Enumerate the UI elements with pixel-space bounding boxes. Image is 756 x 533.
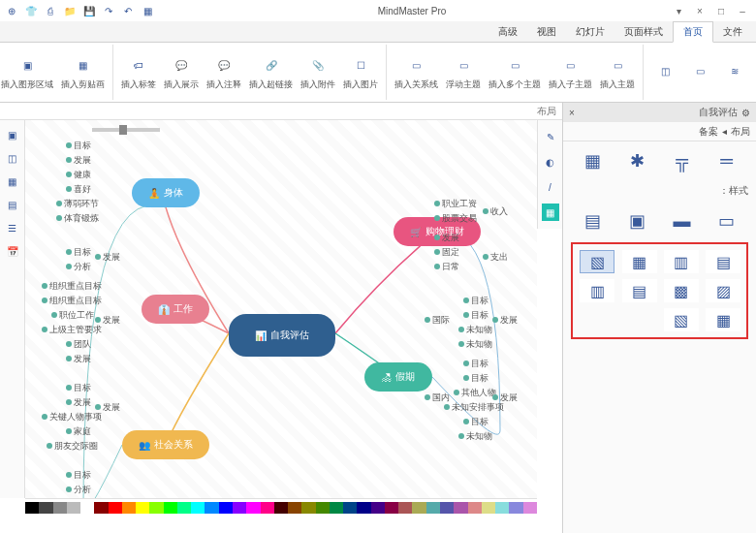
qat-button[interactable]: ⊕ [4,3,19,18]
leaf-node[interactable]: 发展 [64,154,91,167]
leaf-node[interactable]: 家庭 [64,425,91,438]
color-swatch[interactable] [233,502,246,514]
ribbon-button[interactable]: ▭插入主题 [598,51,637,93]
color-swatch[interactable] [495,502,509,514]
branch-node[interactable]: 👥社会关系 [122,430,209,459]
tab-文件[interactable]: 文件 [713,22,752,42]
tool-button[interactable]: ▣ [4,126,21,143]
shape-option[interactable]: ▦ [577,149,610,172]
style-option[interactable]: ▤ [706,250,740,273]
leaf-node[interactable]: 职业工资 [432,198,477,210]
ribbon-button[interactable]: 📎插入附件 [299,51,337,93]
color-swatch[interactable] [440,502,454,514]
maximize-button[interactable]: □ [711,3,731,18]
leaf-node[interactable]: 国际 [423,314,450,327]
color-swatch[interactable] [357,502,370,514]
leaf-node[interactable]: 喜好 [64,183,91,196]
leaf-node[interactable]: 团队 [64,338,91,351]
color-swatch[interactable] [385,502,398,514]
contrast-icon[interactable]: ◐ [542,153,559,171]
leaf-node[interactable]: 目标 [64,382,91,394]
breadcrumb-item[interactable]: 布局 [731,125,750,139]
branch-node[interactable]: 🏖假期 [364,362,432,392]
shape-option[interactable]: ▬ [666,209,699,233]
color-swatch[interactable] [523,502,537,514]
ribbon-button[interactable]: ▭插入多个主题 [487,51,543,93]
style-option[interactable]: ▧ [580,250,614,273]
tab-首页[interactable]: 首页 [673,21,713,43]
shape-option[interactable]: ▤ [577,209,610,233]
color-swatch[interactable] [301,502,315,514]
options-button[interactable]: ▾ [669,3,688,18]
color-swatch[interactable] [219,502,233,514]
color-swatch[interactable] [426,502,440,514]
ribbon-button[interactable]: ▭插入子主题 [547,51,594,93]
qat-button[interactable]: ↷ [101,3,116,18]
leaf-node[interactable]: 发展 [64,396,91,409]
shape-option[interactable]: ▭ [710,209,743,233]
style-option[interactable]: ▦ [706,308,740,331]
ribbon-button[interactable]: ▭浮动主题 [444,51,483,93]
qat-button[interactable]: 📁 [62,3,78,18]
color-swatch[interactable] [316,502,330,514]
ribbon-button[interactable]: ☐插入图片 [341,51,380,93]
leaf-node[interactable]: 发展 [490,314,518,327]
color-swatch[interactable] [39,502,52,514]
leaf-node[interactable]: 健康 [64,169,91,181]
color-swatch[interactable] [274,502,288,514]
pane-settings-icon[interactable]: ⚙ [741,108,750,118]
leaf-node[interactable]: 目标 [461,295,488,307]
leaf-node[interactable]: 未知物 [457,430,492,443]
leaf-node[interactable]: 朋友交际圈 [45,440,98,453]
shape-option[interactable]: ▣ [621,209,654,233]
color-swatch[interactable] [454,502,467,514]
mindmap-canvas[interactable]: 📊自我评估🧘身体👔工作👥社会关系🛒购物理财🏖假期目标发展健康喜好薄弱环节体育锻炼… [25,120,537,498]
leaf-node[interactable]: 发展 [93,401,120,414]
color-swatch[interactable] [468,502,482,514]
tab-页面样式[interactable]: 页面样式 [614,22,673,42]
style-option[interactable]: ▨ [706,279,740,302]
leaf-node[interactable]: 日常 [432,261,459,273]
color-swatch[interactable] [330,502,343,514]
leaf-node[interactable]: 目标 [461,416,488,428]
ribbon-button[interactable]: ▭插入关系线 [393,51,440,93]
qat-button[interactable]: ↶ [120,3,136,18]
color-swatch[interactable] [109,502,122,514]
style-option[interactable]: ▥ [664,250,699,273]
qat-button[interactable]: 👕 [23,3,39,18]
tab-视图[interactable]: 视图 [527,22,566,42]
tab-高级[interactable]: 高级 [488,22,527,42]
color-swatch[interactable] [412,502,425,514]
pencil-icon[interactable]: ✎ [542,128,559,145]
color-swatch[interactable] [53,502,67,514]
ribbon-button[interactable]: 💬插入注释 [205,51,243,93]
central-node[interactable]: 📊自我评估 [229,314,335,357]
ribbon-button[interactable]: 🔗插入超链接 [247,51,295,93]
style-option[interactable]: ▥ [580,279,614,302]
branch-node[interactable]: 🧘身体 [132,178,200,207]
pane-close-icon[interactable]: × [569,108,575,118]
ribbon-button[interactable]: ▭ [684,58,715,87]
ribbon-button[interactable]: ◫ [649,58,680,87]
color-swatch[interactable] [191,502,205,514]
tool-button[interactable]: ▤ [4,196,21,213]
shape-option[interactable]: ╦ [666,149,699,172]
leaf-node[interactable]: 目标 [64,246,91,259]
leaf-node[interactable]: 固定 [432,246,459,259]
color-swatch[interactable] [288,502,301,514]
tool-button[interactable]: ☰ [4,219,21,236]
leaf-node[interactable]: 组织重点目标 [40,280,102,293]
color-swatch[interactable] [205,502,218,514]
fill-icon[interactable]: ▦ [542,204,559,221]
leaf-node[interactable]: 发展 [93,251,120,264]
leaf-node[interactable]: 未知物 [457,324,492,336]
qat-button[interactable]: 💾 [81,3,97,18]
tool-button[interactable]: ▦ [4,172,21,190]
color-swatch[interactable] [67,502,80,514]
color-swatch[interactable] [482,502,495,514]
color-swatch[interactable] [509,502,522,514]
leaf-node[interactable]: 体育锻炼 [54,212,99,225]
leaf-node[interactable]: 组织重点目标 [40,295,102,307]
color-swatch[interactable] [261,502,274,514]
style-option[interactable]: ▤ [622,279,657,302]
